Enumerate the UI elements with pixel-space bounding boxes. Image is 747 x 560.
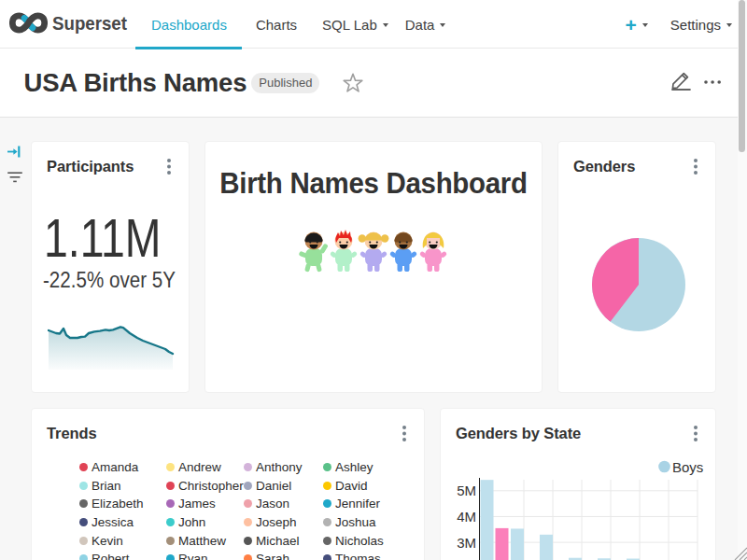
- trendline-chart: [48, 323, 176, 370]
- legend-label: Sarah: [256, 552, 289, 560]
- legend-label: Jessica: [92, 515, 134, 529]
- legend-item[interactable]: Elizabeth: [79, 497, 166, 511]
- legend-dot: [244, 537, 252, 545]
- chart-kebab-menu[interactable]: [688, 156, 703, 176]
- legend-label: James: [178, 497, 216, 511]
- legend-dot: [244, 499, 252, 508]
- legend-item[interactable]: Joseph: [244, 515, 323, 529]
- filter-icon[interactable]: [7, 172, 22, 184]
- legend-item[interactable]: Nicholas: [323, 534, 418, 548]
- legend-label: Ryan: [178, 552, 208, 560]
- legend-item[interactable]: Christopher: [166, 479, 244, 493]
- chart-card-genders: Genders: [557, 141, 716, 393]
- svg-text:4M: 4M: [457, 509, 476, 525]
- legend-label: Daniel: [256, 479, 291, 493]
- chart-kebab-menu[interactable]: [162, 156, 176, 176]
- legend-dot: [166, 554, 175, 560]
- nav-item-dashboards[interactable]: Dashboards: [135, 0, 242, 49]
- dashboard-menu-button[interactable]: [704, 79, 721, 85]
- legend-label: Joseph: [256, 515, 297, 529]
- legend-label: Robert: [92, 552, 130, 560]
- legend-item[interactable]: Matthew: [166, 534, 244, 548]
- legend-label: Matthew: [178, 534, 226, 548]
- nav-item-sql-lab[interactable]: SQL Lab: [311, 0, 398, 49]
- legend-dot: [79, 499, 88, 508]
- nav-menu: Dashboards Charts SQL Lab Data: [135, 0, 455, 49]
- legend-item[interactable]: Jason: [244, 497, 323, 511]
- legend-label: Joshua: [335, 515, 376, 529]
- chevron-down-icon: [383, 23, 388, 27]
- legend-label: Thomas: [335, 552, 381, 560]
- settings-menu[interactable]: Settings: [670, 17, 732, 33]
- legend-label: Amanda: [92, 460, 138, 474]
- legend-item[interactable]: James: [166, 497, 244, 511]
- dashboard-title: USA Births Names: [24, 68, 247, 98]
- chart-card-trends: Trends AmandaAndrewAnthonyAshleyBrianChr…: [31, 408, 425, 560]
- resize-handle-icon[interactable]: [732, 545, 747, 560]
- plus-icon: +: [626, 15, 637, 35]
- legend-dot: [79, 537, 88, 545]
- dashboard-header: USA Births Names Published: [0, 49, 747, 118]
- scrollbar-thumb[interactable]: [739, 0, 745, 152]
- bar-chart: 5M4M3MBoys: [441, 409, 717, 560]
- legend-item[interactable]: Robert: [79, 552, 166, 560]
- legend-item[interactable]: Anthony: [244, 460, 323, 474]
- legend-item[interactable]: Ashley: [323, 460, 418, 474]
- legend-dot: [244, 554, 252, 560]
- legend-item[interactable]: Amanda: [79, 460, 166, 474]
- superset-dashboard: Superset Dashboards Charts SQL Lab Data …: [0, 0, 747, 560]
- legend-item[interactable]: Thomas: [323, 552, 418, 560]
- legend-item[interactable]: Brian: [79, 479, 166, 493]
- legend-item[interactable]: Andrew: [166, 460, 244, 474]
- legend-item[interactable]: Kevin: [79, 534, 166, 548]
- kids-illustration: [205, 230, 542, 273]
- expand-filter-bar-icon[interactable]: [7, 145, 21, 159]
- chevron-down-icon: [440, 23, 445, 27]
- superset-logo-icon: [9, 10, 48, 35]
- nav-item-data[interactable]: Data: [398, 0, 456, 49]
- legend-label: Anthony: [256, 460, 303, 474]
- legend-item[interactable]: David: [323, 479, 418, 493]
- legend-dot: [166, 499, 175, 508]
- legend-item[interactable]: John: [166, 515, 244, 529]
- chart-title: Genders: [573, 158, 635, 175]
- chart-kebab-menu[interactable]: [397, 423, 412, 443]
- legend-item[interactable]: Jessica: [79, 515, 166, 529]
- svg-text:5M: 5M: [457, 483, 476, 498]
- nav-item-charts[interactable]: Charts: [242, 0, 311, 49]
- legend-dot: [166, 518, 175, 526]
- legend-label: John: [178, 515, 205, 529]
- brand-name: Superset: [52, 12, 127, 35]
- markdown-heading: Birth Names Dashboard: [214, 167, 533, 201]
- brand[interactable]: Superset: [9, 10, 136, 35]
- legend-dot: [323, 554, 331, 560]
- scrollbar[interactable]: [738, 0, 747, 560]
- chart-card-genders-by-state: Genders by State 5M4M3MBoys: [440, 408, 716, 560]
- legend-dot: [166, 463, 175, 471]
- pencil-icon: [671, 69, 691, 91]
- legend-dot: [244, 518, 252, 526]
- favorite-star-icon[interactable]: [343, 73, 363, 94]
- legend-label: Jason: [256, 497, 289, 511]
- legend-item[interactable]: Michael: [244, 534, 323, 548]
- published-badge[interactable]: Published: [251, 73, 319, 93]
- legend-label: Kevin: [92, 534, 123, 548]
- edit-dashboard-button[interactable]: [671, 69, 691, 91]
- legend-item[interactable]: Daniel: [244, 479, 323, 493]
- legend-item[interactable]: Jennifer: [323, 497, 418, 511]
- legend-item[interactable]: Joshua: [323, 515, 418, 529]
- legend-label: Andrew: [178, 460, 221, 474]
- big-number-value: 1.11M: [44, 211, 162, 265]
- legend-label: Michael: [256, 534, 300, 548]
- legend-dot: [166, 537, 175, 545]
- nav-right: + Settings: [626, 0, 732, 49]
- chevron-down-icon: [726, 23, 732, 27]
- new-button[interactable]: +: [626, 15, 648, 35]
- legend-item[interactable]: Sarah: [244, 552, 323, 560]
- legend-label: Nicholas: [335, 534, 384, 548]
- legend-dot: [323, 499, 331, 508]
- legend-item[interactable]: Ryan: [166, 552, 244, 560]
- legend-label: Elizabeth: [92, 497, 144, 511]
- chart-card-participants: Participants 1.11M -22.5% over 5Y: [31, 141, 190, 393]
- legend-dot: [166, 482, 175, 490]
